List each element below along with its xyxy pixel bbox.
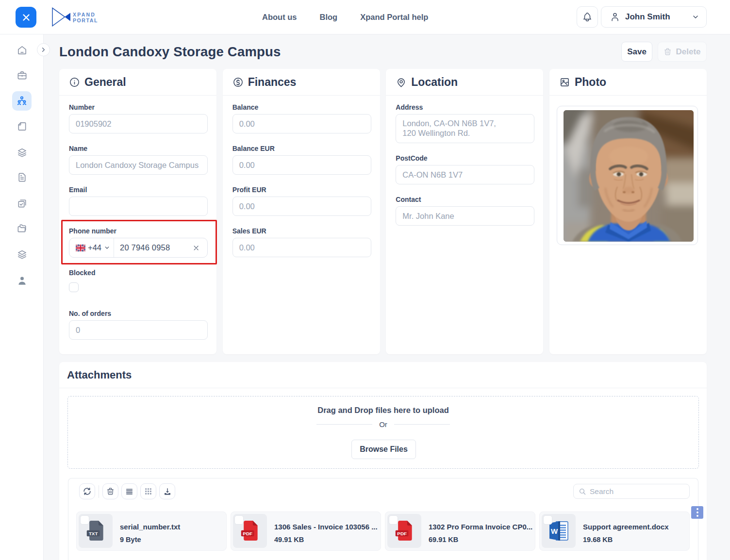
svg-text:TXT: TXT bbox=[88, 530, 98, 536]
svg-text:PDF: PDF bbox=[397, 530, 407, 536]
svg-text:PDF: PDF bbox=[243, 530, 252, 536]
svg-text:W: W bbox=[551, 527, 558, 535]
svg-text:PORTAL: PORTAL bbox=[73, 17, 98, 23]
svg-text:XPAND: XPAND bbox=[73, 12, 96, 17]
